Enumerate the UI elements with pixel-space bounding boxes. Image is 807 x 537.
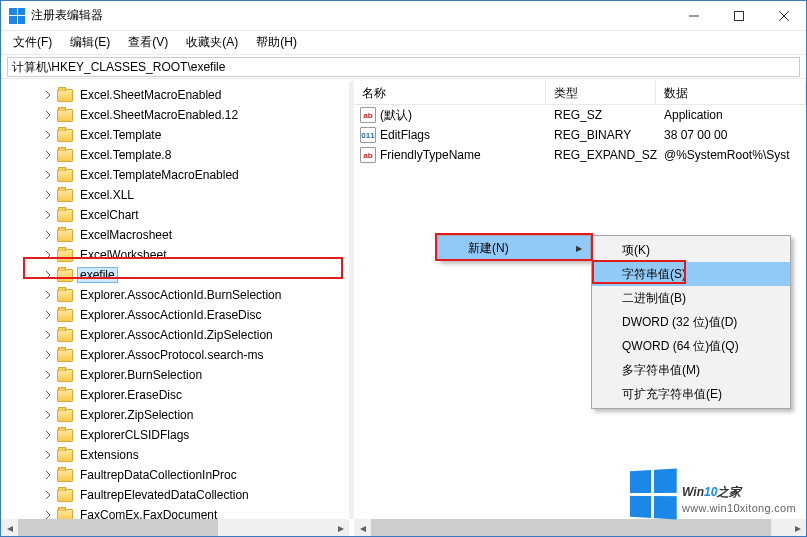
tree-item-label: Excel.Template [77, 128, 164, 142]
scroll-left-icon[interactable]: ◂ [1, 519, 18, 536]
folder-icon [57, 409, 73, 422]
tree-item[interactable]: Excel.SheetMacroEnabled [1, 85, 349, 105]
tree-item[interactable]: exefile [1, 265, 349, 285]
tree-item[interactable]: Excel.XLL [1, 185, 349, 205]
tree-item-label: Explorer.BurnSelection [77, 368, 205, 382]
value-bin-icon: 011 [360, 127, 376, 143]
list-row[interactable]: abFriendlyTypeNameREG_EXPAND_SZ@%SystemR… [354, 145, 806, 165]
list-row[interactable]: 011EditFlagsREG_BINARY38 07 00 00 [354, 125, 806, 145]
window-title: 注册表编辑器 [31, 7, 671, 24]
maximize-button[interactable] [716, 1, 761, 31]
tree-item[interactable]: Explorer.BurnSelection [1, 365, 349, 385]
chevron-right-icon[interactable] [43, 170, 53, 180]
scroll-thumb[interactable] [371, 519, 771, 536]
tree-hscroll[interactable]: ◂ ▸ [1, 519, 349, 536]
folder-icon [57, 149, 73, 162]
scroll-thumb[interactable] [18, 519, 218, 536]
chevron-right-icon[interactable] [43, 450, 53, 460]
tree-item[interactable]: Excel.SheetMacroEnabled.12 [1, 105, 349, 125]
tree-item[interactable]: ExplorerCLSIDFlags [1, 425, 349, 445]
chevron-right-icon[interactable] [43, 370, 53, 380]
col-name[interactable]: 名称 [354, 81, 546, 104]
chevron-right-icon[interactable] [43, 110, 53, 120]
chevron-right-icon[interactable] [43, 150, 53, 160]
tree-item[interactable]: Excel.Template.8 [1, 145, 349, 165]
chevron-right-icon[interactable] [43, 330, 53, 340]
address-input[interactable] [7, 57, 800, 77]
tree-item[interactable]: Extensions [1, 445, 349, 465]
scroll-left-icon[interactable]: ◂ [354, 519, 371, 536]
list-row[interactable]: ab(默认)REG_SZApplication [354, 105, 806, 125]
chevron-right-icon[interactable] [43, 270, 53, 280]
chevron-right-icon[interactable] [43, 470, 53, 480]
tree-item[interactable]: Explorer.AssocActionId.EraseDisc [1, 305, 349, 325]
col-type[interactable]: 类型 [546, 81, 656, 104]
chevron-right-icon[interactable] [43, 310, 53, 320]
value-type: REG_BINARY [546, 128, 656, 142]
menu-help[interactable]: 帮助(H) [248, 31, 305, 54]
chevron-right-icon[interactable] [43, 390, 53, 400]
ctx-qword[interactable]: QWORD (64 位)值(Q) [592, 334, 790, 358]
ctx-string[interactable]: 字符串值(S) [592, 262, 790, 286]
list-header: 名称 类型 数据 [354, 81, 806, 105]
chevron-right-icon[interactable] [43, 230, 53, 240]
value-str-icon: ab [360, 147, 376, 163]
chevron-right-icon[interactable] [43, 130, 53, 140]
folder-icon [57, 189, 73, 202]
chevron-right-icon[interactable] [43, 250, 53, 260]
tree-item[interactable]: ExcelWorksheet [1, 245, 349, 265]
chevron-right-icon[interactable] [43, 190, 53, 200]
tree-item-label: ExcelWorksheet [77, 248, 169, 262]
tree-view[interactable]: Excel.SheetMacroEnabledExcel.SheetMacroE… [1, 81, 349, 519]
tree-item-label: FaultrepDataCollectionInProc [77, 468, 240, 482]
tree-item[interactable]: FaultrepElevatedDataCollection [1, 485, 349, 505]
tree-item[interactable]: ExcelChart [1, 205, 349, 225]
tree-item[interactable]: ExcelMacrosheet [1, 225, 349, 245]
folder-icon [57, 229, 73, 242]
chevron-right-icon[interactable] [43, 430, 53, 440]
tree-item[interactable]: Explorer.EraseDisc [1, 385, 349, 405]
ctx-new[interactable]: 新建(N) [438, 236, 590, 260]
chevron-right-icon[interactable] [43, 410, 53, 420]
tree-item[interactable]: Excel.Template [1, 125, 349, 145]
folder-icon [57, 449, 73, 462]
ctx-binary[interactable]: 二进制值(B) [592, 286, 790, 310]
tree-item[interactable]: Explorer.AssocActionId.ZipSelection [1, 325, 349, 345]
tree-item-label: Excel.SheetMacroEnabled [77, 88, 224, 102]
chevron-right-icon[interactable] [43, 90, 53, 100]
chevron-right-icon[interactable] [43, 490, 53, 500]
ctx-multi[interactable]: 多字符串值(M) [592, 358, 790, 382]
chevron-right-icon[interactable] [43, 510, 53, 519]
tree-item[interactable]: Excel.TemplateMacroEnabled [1, 165, 349, 185]
minimize-button[interactable] [671, 1, 716, 31]
chevron-right-icon[interactable] [43, 290, 53, 300]
folder-icon [57, 349, 73, 362]
close-button[interactable] [761, 1, 806, 31]
ctx-dword[interactable]: DWORD (32 位)值(D) [592, 310, 790, 334]
tree-item[interactable]: FaultrepDataCollectionInProc [1, 465, 349, 485]
tree-item[interactable]: Explorer.ZipSelection [1, 405, 349, 425]
menu-favorites[interactable]: 收藏夹(A) [178, 31, 246, 54]
app-icon [9, 8, 25, 24]
list-hscroll[interactable]: ◂ ▸ [354, 519, 806, 536]
tree-item-label: Excel.TemplateMacroEnabled [77, 168, 242, 182]
menu-edit[interactable]: 编辑(E) [62, 31, 118, 54]
chevron-right-icon[interactable] [43, 210, 53, 220]
menu-file[interactable]: 文件(F) [5, 31, 60, 54]
ctx-key[interactable]: 项(K) [592, 238, 790, 262]
scroll-right-icon[interactable]: ▸ [789, 519, 806, 536]
scroll-right-icon[interactable]: ▸ [332, 519, 349, 536]
col-data[interactable]: 数据 [656, 81, 806, 104]
ctx-expand[interactable]: 可扩充字符串值(E) [592, 382, 790, 406]
chevron-right-icon[interactable] [43, 350, 53, 360]
tree-item[interactable]: Explorer.AssocActionId.BurnSelection [1, 285, 349, 305]
watermark-logo [628, 470, 676, 518]
menu-view[interactable]: 查看(V) [120, 31, 176, 54]
value-data: @%SystemRoot%\Syst [656, 148, 806, 162]
folder-icon [57, 109, 73, 122]
folder-icon [57, 429, 73, 442]
value-name: FriendlyTypeName [380, 148, 481, 162]
tree-item[interactable]: Explorer.AssocProtocol.search-ms [1, 345, 349, 365]
tree-item[interactable]: FaxComEx.FaxDocument [1, 505, 349, 519]
menubar: 文件(F) 编辑(E) 查看(V) 收藏夹(A) 帮助(H) [1, 31, 806, 55]
